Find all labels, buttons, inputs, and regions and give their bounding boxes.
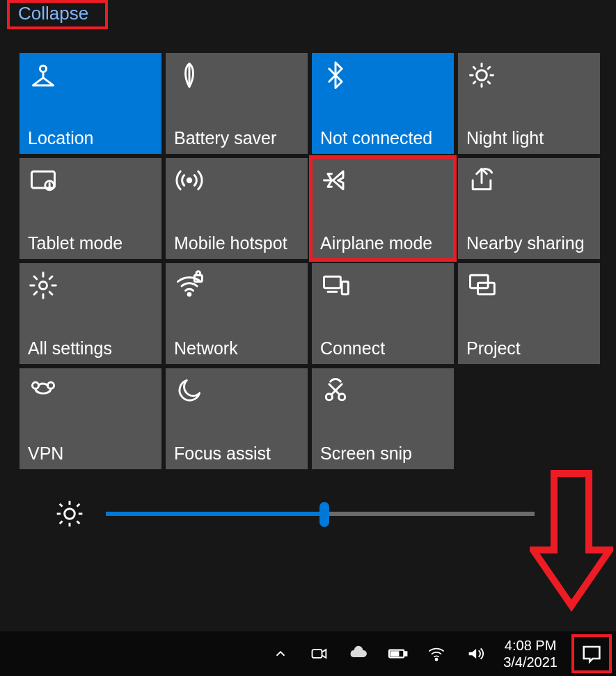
tray-clock[interactable]: 4:08 PM 3/4/2021 <box>503 637 558 670</box>
tile-vpn[interactable]: VPN <box>19 368 161 469</box>
share-icon <box>466 165 497 196</box>
tile-mobile-hotspot[interactable]: Mobile hotspot <box>166 158 308 259</box>
vpn-icon <box>28 375 58 406</box>
tile-label: Network <box>174 338 299 359</box>
svg-rect-20 <box>342 282 348 294</box>
nightlight-icon <box>466 60 497 91</box>
annotation-arrow <box>530 466 613 613</box>
connect-icon <box>320 270 351 301</box>
svg-point-16 <box>188 293 191 296</box>
wifi-locked-icon <box>174 270 205 301</box>
brightness-slider-row <box>54 498 535 529</box>
bluetooth-icon <box>320 60 351 91</box>
location-icon <box>28 60 58 91</box>
svg-point-14 <box>187 178 191 182</box>
tray-overflow-icon[interactable] <box>269 643 292 665</box>
svg-line-35 <box>77 521 79 524</box>
brightness-icon <box>54 498 85 529</box>
onedrive-icon[interactable] <box>347 643 370 665</box>
tile-screen-snip[interactable]: Screen snip <box>312 368 454 469</box>
brightness-slider[interactable] <box>106 512 535 516</box>
tile-label: All settings <box>28 338 153 359</box>
svg-point-15 <box>40 282 47 290</box>
tile-label: Connect <box>320 338 445 359</box>
tile-label: Night light <box>466 128 592 148</box>
volume-icon[interactable] <box>464 643 487 665</box>
tile-not-connected[interactable]: Not connected <box>312 53 454 154</box>
snip-icon <box>320 375 351 406</box>
wifi-icon[interactable] <box>425 643 448 665</box>
tile-label: VPN <box>28 443 153 464</box>
tile-night-light[interactable]: Night light <box>458 53 600 154</box>
svg-line-34 <box>60 504 63 507</box>
tile-label: Not connected <box>320 128 445 148</box>
tile-connect[interactable]: Connect <box>312 263 454 364</box>
svg-line-9 <box>473 81 475 84</box>
tile-label: Location <box>28 128 153 148</box>
tile-airplane-mode[interactable]: Airplane mode <box>312 158 454 259</box>
tray-time: 4:08 PM <box>503 637 558 654</box>
airplane-icon <box>320 165 351 196</box>
tile-focus-assist[interactable]: Focus assist <box>166 368 308 469</box>
svg-point-2 <box>477 70 487 81</box>
svg-rect-21 <box>471 275 489 288</box>
meet-now-icon[interactable] <box>308 643 331 665</box>
svg-point-29 <box>65 509 75 519</box>
svg-point-42 <box>436 659 438 661</box>
tile-battery-saver[interactable]: Battery saver <box>166 53 308 154</box>
tile-label: Focus assist <box>174 443 299 464</box>
tile-label: Battery saver <box>174 128 299 148</box>
svg-rect-41 <box>391 652 399 655</box>
tile-label: Nearby sharing <box>466 233 592 253</box>
tile-label: Project <box>466 338 592 359</box>
svg-line-7 <box>473 67 475 69</box>
leaf-icon <box>174 60 205 91</box>
battery-icon[interactable] <box>386 643 409 665</box>
collapse-link[interactable]: Collapse <box>13 1 94 26</box>
tile-tablet-mode[interactable]: Tablet mode <box>19 158 161 259</box>
hotspot-icon <box>174 165 205 196</box>
moon-icon <box>174 375 205 406</box>
project-icon <box>466 270 497 301</box>
tile-project[interactable]: Project <box>458 263 600 364</box>
taskbar: 4:08 PM 3/4/2021 <box>0 631 616 676</box>
svg-rect-40 <box>405 652 407 655</box>
tray-date: 3/4/2021 <box>503 654 558 670</box>
svg-rect-11 <box>32 171 55 188</box>
quick-actions-grid: LocationBattery saverNot connectedNight … <box>19 53 600 469</box>
tile-location[interactable]: Location <box>19 53 161 154</box>
svg-line-10 <box>488 67 490 69</box>
tablet-icon <box>28 165 58 196</box>
tile-label: Mobile hotspot <box>174 233 299 253</box>
tile-all-settings[interactable]: All settings <box>19 263 161 364</box>
svg-line-8 <box>488 81 490 84</box>
tile-label: Screen snip <box>320 443 445 464</box>
svg-line-37 <box>77 504 79 507</box>
tile-network[interactable]: Network <box>166 263 308 364</box>
tile-nearby-sharing[interactable]: Nearby sharing <box>458 158 600 259</box>
svg-rect-18 <box>324 276 341 288</box>
action-center-icon[interactable] <box>574 636 609 671</box>
tile-label: Airplane mode <box>320 233 445 253</box>
svg-line-36 <box>60 521 63 524</box>
svg-rect-38 <box>313 650 322 658</box>
tile-label: Tablet mode <box>28 233 153 253</box>
gear-icon <box>28 270 58 301</box>
